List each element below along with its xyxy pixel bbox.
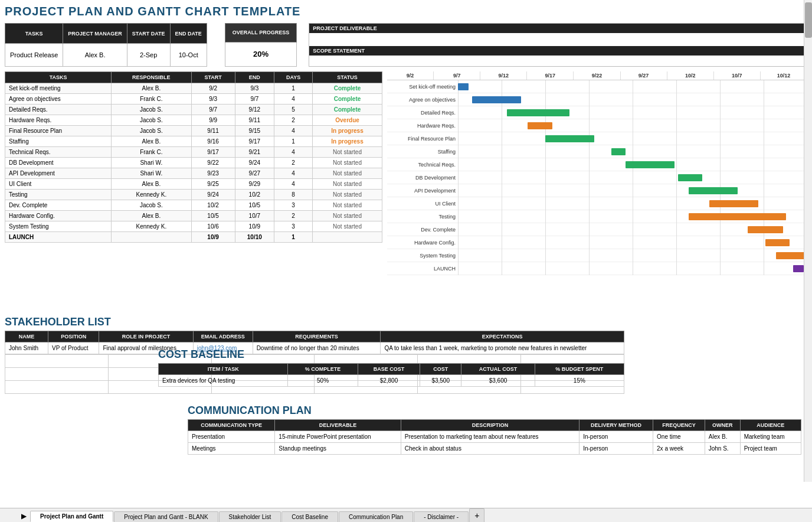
gantt-row-label: LAUNCH: [387, 266, 458, 272]
comm-deliverable: Standup meetings: [275, 443, 401, 455]
task-end: 9/7: [235, 94, 274, 105]
tab-stakeholder-list[interactable]: Stakeholder List: [219, 511, 281, 522]
gantt-grid-line: [764, 158, 764, 171]
task-name: API Development: [5, 168, 112, 179]
task-row: LAUNCH 10/9 10/10 1: [5, 232, 382, 243]
gantt-grid-line: [633, 145, 633, 158]
gantt-grid-line: [633, 210, 633, 223]
gantt-grid-line: [633, 223, 633, 236]
tab-cost-baseline[interactable]: Cost Baseline: [281, 511, 338, 522]
th-name: NAME: [5, 331, 48, 342]
gantt-grid-line: [676, 93, 677, 106]
gantt-grid-line: [764, 80, 764, 93]
end-date-value[interactable]: 10-Oct: [170, 44, 207, 67]
th-cost: COST: [420, 364, 461, 375]
gantt-grid-line: [458, 184, 459, 197]
gantt-grid-line: [764, 249, 764, 262]
gantt-grid-line: [720, 158, 721, 171]
gantt-bars-area: [458, 262, 807, 275]
tab-communication-plan[interactable]: Communication Plan: [339, 511, 413, 522]
gantt-grid-line: [545, 236, 546, 249]
comm-audience: Marketing team: [740, 431, 801, 443]
tab-prev-arrow[interactable]: ▶: [18, 510, 30, 522]
gantt-grid-line: [502, 236, 502, 249]
gantt-row-label: UI Client: [387, 201, 458, 207]
task-row: Staffing Alex B. 9/16 9/17 1 In progress: [5, 136, 382, 147]
gantt-grid-line: [720, 119, 721, 132]
task-responsible: Shari W.: [112, 158, 191, 168]
task-responsible: Kennedy K.: [112, 190, 191, 200]
tab-project-plan-blank[interactable]: Project Plan and Gantt - BLANK: [114, 511, 218, 522]
task-end: 9/21: [235, 147, 274, 158]
gantt-grid-line: [633, 171, 633, 184]
task-status: Not started: [313, 158, 382, 168]
gantt-bar: [678, 174, 702, 181]
gantt-date-label: 9/22: [574, 71, 620, 80]
gantt-grid-line: [633, 197, 633, 210]
gantt-bars-area: [458, 223, 807, 236]
comm-frequency: One time: [653, 431, 705, 443]
gantt-grid-line: [502, 262, 502, 275]
gantt-grid-line: [676, 184, 677, 197]
task-row: Technical Reqs. Frank C. 9/17 9/21 4 Not…: [5, 147, 382, 158]
th-responsible: RESPONSIBLE: [112, 72, 191, 83]
gantt-grid-line: [545, 184, 546, 197]
gantt-date-label: 10/7: [714, 71, 761, 80]
gantt-row: API Development: [387, 184, 807, 197]
tab-disclaimer[interactable]: - Disclaimer -: [414, 511, 469, 522]
task-start: 9/7: [191, 105, 235, 115]
task-days: 3: [274, 200, 313, 211]
col-project-manager: PROJECT MANAGER: [63, 24, 127, 44]
gantt-row-label: API Development: [387, 188, 458, 194]
cost-title: COST BASELINE: [158, 348, 624, 361]
gantt-grid-line: [764, 132, 764, 145]
gantt-row: LAUNCH: [387, 262, 807, 275]
start-date-value[interactable]: 2-Sep: [127, 44, 170, 67]
scrollbar-thumb[interactable]: [805, 2, 812, 38]
gantt-grid-line: [545, 93, 546, 106]
th-days: DAYS: [274, 72, 313, 83]
gantt-grid-line: [676, 236, 677, 249]
th-owner: OWNER: [705, 420, 740, 431]
gantt-grid-line: [458, 145, 459, 158]
task-responsible: Frank C.: [112, 94, 191, 105]
gantt-bars-area: [458, 106, 807, 119]
task-status: In progress: [313, 136, 382, 147]
task-start: 9/24: [191, 190, 235, 200]
cost-actual-cost: $3,600: [461, 375, 535, 387]
task-row: Final Resource Plan Jacob S. 9/11 9/15 4…: [5, 126, 382, 136]
task-start: 9/3: [191, 94, 235, 105]
task-name: Testing: [5, 190, 112, 200]
th-item-task: ITEM / TASK: [159, 364, 288, 375]
task-name: Technical Reqs.: [5, 147, 112, 158]
gantt-row-label: Detailed Reqs.: [387, 110, 458, 116]
gantt-grid-line: [458, 210, 459, 223]
cost-row: Extra devices for QA testing 50% $2,800 …: [159, 375, 624, 387]
th-audience: AUDIENCE: [740, 420, 801, 431]
gantt-bars-area: [458, 249, 807, 262]
gantt-grid-line: [502, 249, 502, 262]
project-name-value[interactable]: Product Release: [5, 44, 63, 67]
task-status: [313, 232, 382, 243]
gantt-bars-area: [458, 210, 807, 223]
task-status: Overdue: [313, 115, 382, 126]
task-start: 9/23: [191, 168, 235, 179]
tab-add-button[interactable]: +: [469, 508, 484, 522]
task-table: TASKS RESPONSIBLE START END DAYS STATUS …: [5, 71, 382, 243]
gantt-row-label: Hardware Config.: [387, 240, 458, 246]
comm-owner: Alex B.: [705, 431, 740, 443]
gantt-grid-line: [545, 210, 546, 223]
task-status: Complete: [313, 105, 382, 115]
gantt-grid-line: [676, 223, 677, 236]
gantt-grid-line: [633, 106, 633, 119]
project-manager-value[interactable]: Alex B.: [63, 44, 127, 67]
task-start: 9/16: [191, 136, 235, 147]
gantt-row-label: Dev. Complete: [387, 227, 458, 233]
gantt-bars-area: [458, 145, 807, 158]
th-end: END: [235, 72, 274, 83]
scrollbar[interactable]: [804, 0, 812, 482]
task-name: LAUNCH: [5, 232, 112, 243]
tab-project-plan-gantt[interactable]: Project Plan and Gantt: [30, 511, 113, 522]
task-end: 9/15: [235, 126, 274, 136]
task-days: 5: [274, 105, 313, 115]
